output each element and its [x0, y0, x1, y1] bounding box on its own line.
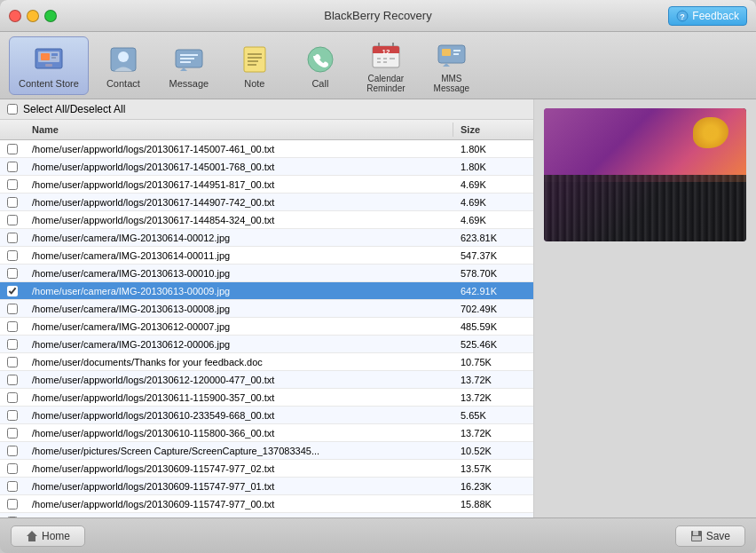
table-row[interactable]: /home/user/appworld/logs/20130610-115800…	[0, 424, 533, 442]
row-checkbox[interactable]	[7, 233, 18, 243]
row-checkbox[interactable]	[7, 268, 18, 279]
table-row[interactable]: /home/user/pictures/Screen Capture/Scree…	[0, 442, 533, 460]
content-store-icon	[32, 43, 66, 76]
table-row[interactable]: /home/user/appworld/logs/20130612-120000…	[0, 371, 533, 389]
row-checkbox[interactable]	[7, 499, 18, 510]
row-checkbox[interactable]	[7, 481, 18, 492]
svg-point-20	[308, 47, 333, 72]
maximize-button[interactable]	[44, 10, 57, 22]
preview-keyboard-area	[544, 175, 746, 241]
row-size: 16.23K	[453, 481, 533, 492]
svg-rect-39	[693, 531, 698, 535]
row-checkbox[interactable]	[7, 250, 18, 261]
svg-rect-7	[45, 64, 52, 67]
row-name: /home/user/camera/IMG-20130613-00010.jpg	[25, 268, 453, 279]
toolbar-item-note[interactable]: Note	[224, 37, 286, 94]
note-icon	[238, 43, 272, 76]
table-row[interactable]: /home/user/camera/IMG-20130613-00009.jpg…	[0, 282, 533, 300]
row-checkbox[interactable]	[7, 215, 18, 225]
row-size: 578.70K	[453, 268, 533, 279]
svg-rect-15	[244, 47, 265, 72]
mms-icon	[435, 38, 469, 72]
select-all-label: Select All/Deselect All	[23, 103, 125, 115]
row-checkbox[interactable]	[7, 517, 18, 518]
row-name: /home/user/appworld/logs/20130617-144854…	[25, 215, 453, 225]
table-row[interactable]: /home/user/camera/IMG-20130614-00012.jpg…	[0, 229, 533, 247]
row-checkbox[interactable]	[7, 144, 18, 154]
table-body[interactable]: /home/user/appworld/logs/20130617-145007…	[0, 140, 533, 517]
row-checkbox[interactable]	[7, 375, 18, 385]
row-name: /home/user/appworld/logs/20130612-120000…	[25, 375, 453, 385]
row-checkbox[interactable]	[7, 463, 18, 474]
toolbar-item-call[interactable]: Call	[289, 37, 351, 94]
table-row[interactable]: /home/user/appworld/logs/20130617-145001…	[0, 158, 533, 176]
row-checkbox[interactable]	[7, 197, 18, 208]
table-row[interactable]: /home/user/camera/IMG-20130614-00011.jpg…	[0, 247, 533, 265]
row-checkbox[interactable]	[7, 304, 18, 314]
row-name: /home/user/appworld/logs/20130609-113736…	[25, 517, 453, 518]
table-row[interactable]: /home/user/camera/IMG-20130613-00010.jpg…	[0, 265, 533, 282]
row-checkbox[interactable]	[7, 179, 18, 190]
row-size: 702.49K	[453, 304, 533, 314]
close-button[interactable]	[9, 10, 21, 22]
row-name: /home/user/documents/Thanks for your fee…	[25, 357, 453, 367]
toolbar-item-contact[interactable]: Contact	[92, 37, 154, 94]
table-row[interactable]: /home/user/appworld/logs/20130617-144907…	[0, 194, 533, 211]
call-icon	[303, 43, 337, 76]
svg-marker-36	[443, 63, 450, 67]
row-checkbox[interactable]	[7, 392, 18, 403]
row-checkbox[interactable]	[7, 446, 18, 456]
select-all-checkbox[interactable]	[7, 104, 18, 115]
row-name: /home/user/appworld/logs/20130617-144951…	[25, 179, 453, 190]
note-label: Note	[244, 78, 264, 89]
row-name: /home/user/camera/IMG-20130613-00009.jpg	[25, 286, 453, 296]
minimize-button[interactable]	[27, 10, 39, 22]
table-row[interactable]: /home/user/camera/IMG-20130612-00007.jpg…	[0, 318, 533, 336]
home-button[interactable]: Home	[11, 525, 85, 547]
row-name: /home/user/camera/IMG-20130613-00008.jpg	[25, 304, 453, 314]
preview-panel	[534, 99, 756, 517]
row-size: 13.72K	[453, 392, 533, 403]
row-checkbox[interactable]	[7, 162, 18, 172]
feedback-icon: ?	[676, 10, 689, 22]
toolbar-item-mms[interactable]: MMS Message	[421, 33, 483, 99]
main-content: Select All/Deselect All Name Size /home/…	[0, 99, 756, 517]
table-row[interactable]: /home/user/documents/Thanks for your fee…	[0, 353, 533, 371]
toolbar-item-message[interactable]: Message	[158, 37, 220, 94]
toolbar-item-content-store[interactable]: Content Store	[9, 36, 89, 95]
row-checkbox[interactable]	[7, 357, 18, 367]
row-checkbox[interactable]	[7, 428, 18, 438]
table-row[interactable]: /home/user/camera/IMG-20130612-00006.jpg…	[0, 336, 533, 353]
row-checkbox[interactable]	[7, 339, 18, 350]
table-row[interactable]: /home/user/appworld/logs/20130609-113736…	[0, 513, 533, 517]
table-row[interactable]: /home/user/appworld/logs/20130609-115747…	[0, 478, 533, 495]
table-row[interactable]: /home/user/camera/IMG-20130613-00008.jpg…	[0, 300, 533, 318]
preview-image	[544, 108, 746, 241]
row-checkbox[interactable]	[7, 286, 18, 296]
save-button[interactable]: Save	[675, 525, 745, 547]
row-size: 5.65K	[453, 410, 533, 421]
select-all-row[interactable]: Select All/Deselect All	[0, 99, 533, 120]
title-bar: BlackBerry Recovery ? Feedback	[0, 0, 756, 32]
table-row[interactable]: /home/user/appworld/logs/20130617-145007…	[0, 140, 533, 158]
row-name: /home/user/camera/IMG-20130614-00011.jpg	[25, 250, 453, 261]
table-row[interactable]: /home/user/appworld/logs/20130610-233549…	[0, 407, 533, 424]
table-row[interactable]: /home/user/appworld/logs/20130617-144854…	[0, 211, 533, 229]
row-name: /home/user/appworld/logs/20130617-144907…	[25, 197, 453, 208]
row-size: 642.91K	[453, 286, 533, 296]
table-row[interactable]: /home/user/appworld/logs/20130617-144951…	[0, 176, 533, 194]
table-row[interactable]: /home/user/appworld/logs/20130609-115747…	[0, 460, 533, 478]
calendar-label: Calendar Reminder	[366, 74, 405, 93]
toolbar: Content Store Contact Message	[0, 32, 756, 99]
window-controls[interactable]	[9, 10, 57, 22]
row-size: 485.59K	[453, 321, 533, 332]
row-size: 525.46K	[453, 339, 533, 350]
table-row[interactable]: /home/user/appworld/logs/20130611-115900…	[0, 389, 533, 407]
row-size: 623.81K	[453, 233, 533, 243]
toolbar-item-calendar[interactable]: 12 Calendar Reminder	[355, 33, 417, 99]
feedback-button[interactable]: ? Feedback	[668, 6, 747, 26]
row-checkbox[interactable]	[7, 410, 18, 421]
row-checkbox[interactable]	[7, 321, 18, 332]
table-row[interactable]: /home/user/appworld/logs/20130609-115747…	[0, 495, 533, 513]
header-size-col: Size	[453, 122, 533, 137]
